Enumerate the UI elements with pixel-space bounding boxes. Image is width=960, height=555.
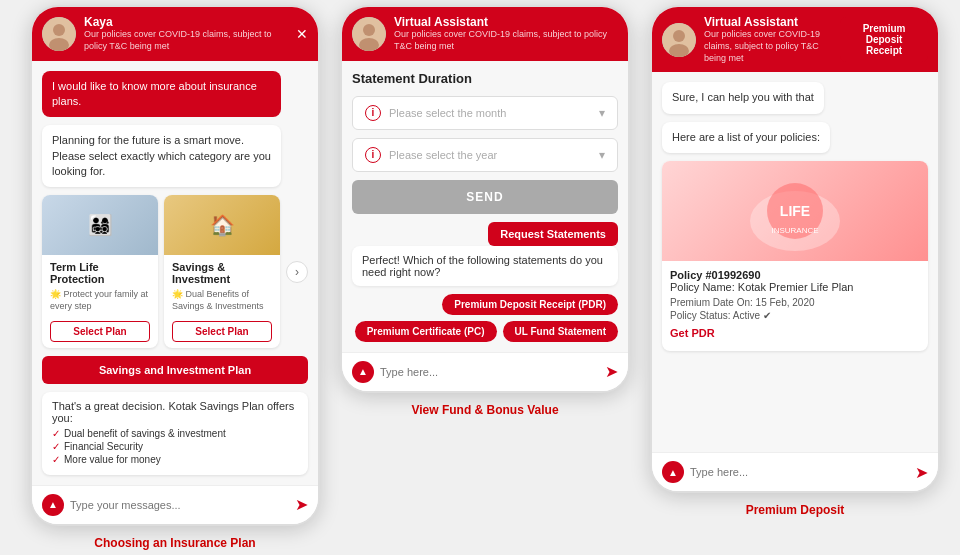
phone2-bot-bubble: Perfect! Which of the following statemen… <box>352 246 618 286</box>
savings-card: 🏠 Savings & Investment 🌟 Dual Benefits o… <box>164 195 280 347</box>
savings-select-btn[interactable]: Select Plan <box>172 321 272 342</box>
phone3-bot-bubble1: Sure, I can help you with that <box>662 82 824 113</box>
year-dropdown-text: Please select the year <box>389 149 497 161</box>
policy-name: Policy Name: Kotak Premier Life Plan <box>670 281 920 293</box>
pc-badge[interactable]: Premium Certificate (PC) <box>355 321 497 342</box>
pdr-badge[interactable]: Premium Deposit Receipt (PDR) <box>442 294 618 315</box>
phone3-wrapper: Virtual Assistant Our policies cover COV… <box>650 5 940 517</box>
phone2-sub: Our policies cover COVID-19 claims, subj… <box>394 29 618 52</box>
expand-button2[interactable]: ▲ <box>352 361 374 383</box>
phone2: Virtual Assistant Our policies cover COV… <box>340 5 630 392</box>
phone3-sub: Our policies cover COVID-19 claims, subj… <box>704 29 840 64</box>
phone1-chat-body: I would like to know more about insuranc… <box>32 61 318 485</box>
info-icon-year: i <box>365 147 381 163</box>
year-chevron-icon: ▾ <box>599 148 605 162</box>
month-chevron-icon: ▾ <box>599 106 605 120</box>
avatar1 <box>42 17 76 51</box>
savings-content: Savings & Investment 🌟 Dual Benefits of … <box>164 255 280 347</box>
phone3-input[interactable] <box>690 466 909 478</box>
request-statements-btn[interactable]: Request Statements <box>488 222 618 246</box>
phone2-wrapper: Virtual Assistant Our policies cover COV… <box>340 5 630 416</box>
policy-date: Premium Date On: 15 Feb, 2020 <box>670 297 920 308</box>
savings-desc: 🌟 Dual Benefits of Savings & Investments <box>172 289 272 312</box>
phone1-caption: Choosing an Insurance Plan <box>94 536 255 550</box>
phone3-bot-bubble2: Here are a list of your policies: <box>662 122 830 153</box>
phone3: Virtual Assistant Our policies cover COV… <box>650 5 940 493</box>
phone1-sub: Our policies cover COVID-19 claims, subj… <box>84 29 288 52</box>
savings-image: 🏠 <box>164 195 280 255</box>
year-dropdown[interactable]: i Please select the year ▾ <box>352 138 618 172</box>
svg-text:INSURANCE: INSURANCE <box>771 226 818 235</box>
phone1-input[interactable] <box>70 499 289 511</box>
phone3-name: Virtual Assistant <box>704 15 840 29</box>
statement-section: Statement Duration i Please select the m… <box>342 61 628 352</box>
avatar3 <box>662 23 696 57</box>
phone1-header-text: Kaya Our policies cover COVID-19 claims,… <box>84 15 288 52</box>
phone2-header-text: Virtual Assistant Our policies cover COV… <box>394 15 618 52</box>
month-dropdown-text: Please select the month <box>389 107 506 119</box>
phone1-wrapper: Kaya Our policies cover COVID-19 claims,… <box>30 5 320 550</box>
term-life-title: Term Life Protection <box>50 261 150 285</box>
svg-text:LIFE: LIFE <box>780 203 810 219</box>
feature-item2: ✓ Financial Security <box>52 441 298 452</box>
phone3-header: Virtual Assistant Our policies cover COV… <box>652 7 938 72</box>
phone1-header: Kaya Our policies cover COVID-19 claims,… <box>32 7 318 60</box>
policy-image: LIFE INSURANCE <box>662 161 928 261</box>
features-title: That's a great decision. Kotak Savings P… <box>52 400 298 424</box>
info-icon-month: i <box>365 105 381 121</box>
term-life-image: 👨‍👩‍👧‍👦 <box>42 195 158 255</box>
month-dropdown[interactable]: i Please select the month ▾ <box>352 96 618 130</box>
phone1: Kaya Our policies cover COVID-19 claims,… <box>30 5 320 526</box>
statement-badges: Premium Deposit Receipt (PDR) Premium Ce… <box>352 294 618 342</box>
expand-button1[interactable]: ▲ <box>42 494 64 516</box>
phone3-caption: Premium Deposit <box>746 503 845 517</box>
user-bubble1: I would like to know more about insuranc… <box>42 71 281 118</box>
phone2-header: Virtual Assistant Our policies cover COV… <box>342 7 628 60</box>
send-big-button[interactable]: SEND <box>352 180 618 214</box>
policy-status: Policy Status: Active ✔ <box>670 310 920 321</box>
svg-point-1 <box>53 24 65 36</box>
phone1-input-area: ▲ ➤ <box>32 485 318 524</box>
plan-cards-row: 👨‍👩‍👧‍👦 Term Life Protection 🌟 Protect y… <box>42 195 308 347</box>
expand-button3[interactable]: ▲ <box>662 461 684 483</box>
policy-number: Policy #01992690 <box>670 269 920 281</box>
term-life-desc: 🌟 Protect your family at every step <box>50 289 150 312</box>
savings-investment-plan-btn[interactable]: Savings and Investment Plan <box>42 356 308 384</box>
features-list: That's a great decision. Kotak Savings P… <box>42 392 308 475</box>
close-button[interactable]: ✕ <box>296 26 308 42</box>
statement-title: Statement Duration <box>352 71 618 86</box>
svg-point-7 <box>673 30 685 42</box>
send-button2[interactable]: ➤ <box>605 362 618 381</box>
savings-title: Savings & Investment <box>172 261 272 285</box>
phone3-header-text: Virtual Assistant Our policies cover COV… <box>704 15 840 64</box>
send-button3[interactable]: ➤ <box>915 463 928 482</box>
policy-card: LIFE INSURANCE Policy #01992690 Policy N… <box>662 161 928 351</box>
bot-bubble1: Planning for the future is a smart move.… <box>42 125 281 187</box>
feature-item3: ✓ More value for money <box>52 454 298 465</box>
phone2-name: Virtual Assistant <box>394 15 618 29</box>
phone2-caption: View Fund & Bonus Value <box>411 403 558 417</box>
nav-right-arrow[interactable]: › <box>286 261 308 283</box>
phone3-chat-body: Sure, I can help you with that Here are … <box>652 72 938 452</box>
term-life-card: 👨‍👩‍👧‍👦 Term Life Protection 🌟 Protect y… <box>42 195 158 347</box>
term-life-select-btn[interactable]: Select Plan <box>50 321 150 342</box>
send-button1[interactable]: ➤ <box>295 495 308 514</box>
term-life-content: Term Life Protection 🌟 Protect your fami… <box>42 255 158 347</box>
ul-fund-badge[interactable]: UL Fund Statement <box>503 321 618 342</box>
premium-deposit-receipt-btn[interactable]: Premium Deposit Receipt <box>840 17 928 62</box>
avatar2 <box>352 17 386 51</box>
svg-point-4 <box>363 24 375 36</box>
policy-info: Policy #01992690 Policy Name: Kotak Prem… <box>662 261 928 351</box>
phone2-input-area: ▲ ➤ <box>342 352 628 391</box>
phone3-input-area: ▲ ➤ <box>652 452 938 491</box>
feature-item1: ✓ Dual benefit of savings & investment <box>52 428 298 439</box>
phone1-name: Kaya <box>84 15 288 29</box>
phone2-input[interactable] <box>380 366 599 378</box>
get-pdr-button[interactable]: Get PDR <box>670 323 715 343</box>
